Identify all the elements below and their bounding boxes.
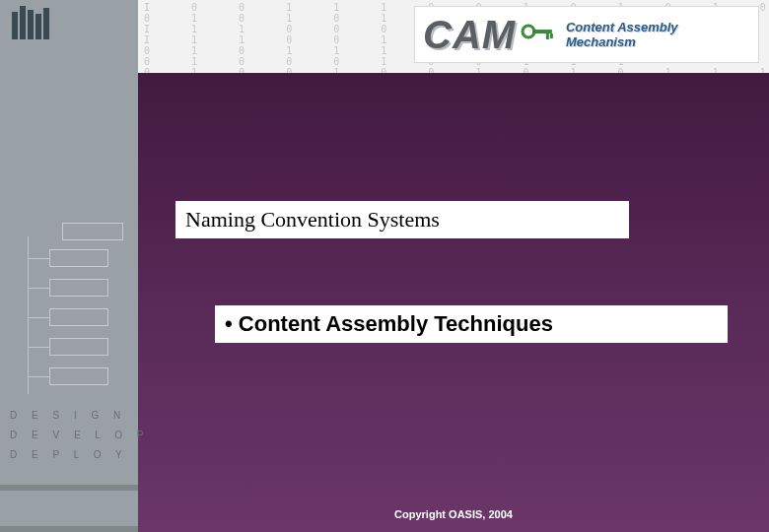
sidebar-bottom-decoration bbox=[0, 485, 138, 532]
svg-rect-2 bbox=[546, 33, 549, 39]
oasis-logo-icon bbox=[12, 6, 49, 39]
key-icon bbox=[521, 22, 554, 51]
sidebar-tree-graphic bbox=[18, 246, 126, 394]
header-banner: I 0 0 1 1 1 0 0 1 0 1 0 1 0 0 0 1 0 0 0 … bbox=[138, 0, 769, 73]
sidebar-word-develop: D E V E L O P bbox=[10, 426, 150, 445]
content-area: Naming Convention Systems • Content Asse… bbox=[138, 73, 769, 532]
footer-copyright: Copyright OASIS, 2004 bbox=[138, 508, 769, 520]
cam-logo: CAM Content Assembly Mechanism bbox=[414, 6, 759, 63]
svg-rect-1 bbox=[532, 30, 552, 33]
sidebar-word-deploy: D E P L O Y bbox=[10, 445, 150, 465]
sidebar-word-design: D E S I G N bbox=[10, 406, 150, 426]
slide-title: Naming Convention Systems bbox=[175, 201, 629, 238]
sidebar: D E S I G N D E V E L O P D E P L O Y bbox=[0, 0, 138, 532]
sidebar-words: D E S I G N D E V E L O P D E P L O Y bbox=[10, 406, 150, 465]
cam-full-text: Content Assembly Mechanism bbox=[566, 20, 750, 49]
slide-bullet: • Content Assembly Techniques bbox=[215, 305, 728, 343]
svg-rect-3 bbox=[550, 33, 553, 38]
cam-acronym-icon: CAM bbox=[423, 13, 515, 57]
slide: D E S I G N D E V E L O P D E P L O Y I … bbox=[0, 0, 769, 532]
